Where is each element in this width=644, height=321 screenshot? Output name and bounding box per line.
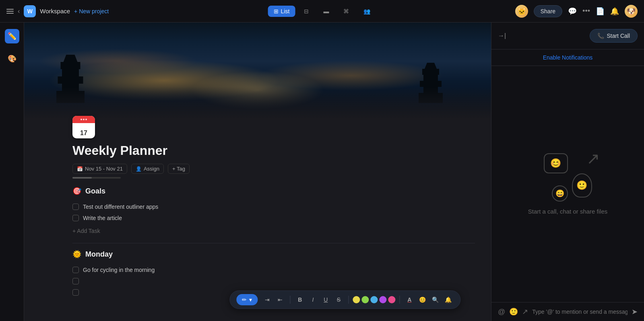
right-panel-header: →| 📞 Start Call (491, 23, 644, 49)
color-blue[interactable] (370, 296, 378, 303)
color-green[interactable] (361, 296, 369, 303)
main-layout: ✏️ 🎨 17 Weekly Planner (0, 23, 644, 321)
monday-emoji: 🌞 (72, 250, 81, 259)
new-project-button[interactable]: + New project (74, 8, 109, 14)
page-title: Weekly Planner (72, 143, 475, 158)
task-row: Go for cycling in the morning (72, 264, 475, 276)
empty-state-label: Start a call, chat or share files (528, 208, 608, 215)
workflow-view-button[interactable]: ⌘ (338, 6, 355, 17)
collapse-panel-button[interactable]: →| (498, 32, 506, 39)
bold-button[interactable]: B (294, 294, 305, 305)
task-checkbox-5[interactable] (72, 289, 79, 296)
progress-bar (72, 177, 121, 179)
toolbar-separator-3 (399, 296, 400, 304)
workspace-label: Workspace (40, 8, 70, 14)
section-divider (72, 243, 475, 243)
task-checkbox-4[interactable] (72, 278, 79, 284)
date-range-button[interactable]: 📅 Nov 15 - Nov 21 (72, 164, 127, 174)
task-row: Write the article (72, 212, 475, 224)
board-view-button[interactable]: ⊟ (298, 6, 314, 17)
bell-icon[interactable]: 🔔 (610, 7, 619, 16)
progress-fill (72, 177, 92, 179)
assign-button[interactable]: 👤 Assign (131, 164, 164, 174)
color-purple[interactable] (379, 296, 386, 303)
view-switcher: ⊞ List ⊟ ▬ ⌘ 👥 (268, 6, 376, 17)
color-yellow[interactable] (353, 296, 360, 303)
task-checkbox-3[interactable] (72, 267, 79, 273)
goals-title: Goals (85, 187, 105, 195)
hero-image (24, 23, 491, 119)
timeline-view-button[interactable]: ▬ (318, 6, 334, 17)
more-options-icon[interactable]: ••• (582, 7, 590, 15)
tag-button[interactable]: + Tag (168, 164, 190, 174)
task-text-2: Write the article (83, 215, 122, 221)
goals-emoji: 🎯 (72, 187, 81, 195)
add-task-button-goals[interactable]: + Add Task (72, 225, 475, 237)
italic-button[interactable]: I (307, 294, 318, 305)
arrow-icon: ↗ (586, 149, 600, 168)
toolbar-separator (290, 296, 290, 304)
doc-calendar-icon: 17 (72, 116, 95, 138)
monday-section-header: 🌞 Monday (72, 250, 475, 259)
chat-bubble-icon: 😊 (544, 153, 568, 173)
mention-button[interactable]: @ (498, 308, 505, 316)
chat-input[interactable] (532, 309, 627, 315)
menu-icon[interactable] (6, 9, 14, 14)
avatar-left[interactable]: 🐱 (515, 5, 528, 18)
avatar-right[interactable]: 🐶 (625, 5, 638, 18)
nav-right: 🐱 Share 💬 ••• 📄 🔔 🐶 (515, 5, 638, 18)
strikethrough-button[interactable]: S (333, 294, 344, 305)
task-checkbox-2[interactable] (72, 215, 79, 221)
share-button-chat[interactable]: ↗ (522, 307, 528, 316)
users-view-button[interactable]: 👥 (358, 6, 376, 17)
color-pink[interactable] (388, 296, 395, 303)
notification-toolbar-button[interactable]: 🔔 (442, 294, 454, 305)
task-text-1: Test out different outliner apps (83, 204, 158, 210)
content-area: 17 Weekly Planner 📅 Nov 15 - Nov 21 👤 As… (24, 23, 491, 321)
indent-left-button[interactable]: ⇤ (275, 294, 286, 305)
sidebar-palette-icon[interactable]: 🎨 (5, 51, 19, 66)
nav-left: ‹ W Workspace + New project (6, 5, 510, 17)
enable-notifications-button[interactable]: Enable Notifications (491, 49, 644, 66)
right-panel-empty-state: 😊 🙂 😄 ↗ Start a call, chat or share file… (491, 66, 644, 302)
emoji-button[interactable]: 🙂 (509, 307, 518, 316)
sidebar-edit-icon[interactable]: ✏️ (5, 29, 19, 43)
chat-input-area: @ 🙂 ↗ ➤ (491, 302, 644, 321)
task-row: Test out different outliner apps (72, 201, 475, 212)
indent-right-button[interactable]: ⇥ (262, 294, 273, 305)
empty-illustration: 😊 🙂 😄 ↗ (544, 153, 592, 202)
list-view-button[interactable]: ⊞ List (268, 6, 295, 17)
emoji-icon: 😄 (552, 185, 568, 202)
emoji-picker-button[interactable]: 😊 (417, 294, 428, 305)
underline-button[interactable]: U (320, 294, 331, 305)
pagoda-left (56, 55, 85, 103)
send-button[interactable]: ➤ (632, 307, 638, 316)
top-nav: ‹ W Workspace + New project ⊞ List ⊟ ▬ ⌘… (0, 0, 644, 23)
chat-icon[interactable]: 💬 (568, 7, 577, 16)
workspace-badge: W (24, 5, 36, 17)
left-sidebar: ✏️ 🎨 (0, 23, 24, 321)
meta-row: 📅 Nov 15 - Nov 21 👤 Assign + Tag (72, 164, 475, 174)
pagoda-right (419, 63, 443, 103)
floating-toolbar: ✏ ▾ ⇥ ⇤ B I U S A 😊 🔍 🔔 (229, 290, 460, 309)
phone-icon: 📞 (597, 33, 604, 39)
task-text-3: Go for cycling in the morning (83, 267, 155, 273)
toolbar-main-button[interactable]: ✏ ▾ (236, 294, 258, 305)
search-toolbar-button[interactable]: 🔍 (429, 294, 441, 305)
right-panel: →| 📞 Start Call Enable Notifications 😊 🙂… (491, 23, 644, 321)
task-checkbox-1[interactable] (72, 204, 79, 210)
share-button[interactable]: Share (534, 5, 562, 17)
goals-section-header: 🎯 Goals (72, 187, 475, 195)
file-icon[interactable]: 📄 (596, 7, 605, 16)
toolbar-separator-2 (348, 296, 349, 304)
start-call-button[interactable]: 📞 Start Call (590, 29, 638, 43)
person-icon: 🙂 (572, 173, 592, 198)
task-row (72, 276, 475, 287)
text-color-button[interactable]: A (404, 294, 415, 305)
monday-title: Monday (85, 250, 113, 259)
doc-content: 17 Weekly Planner 📅 Nov 15 - Nov 21 👤 As… (24, 119, 491, 314)
back-icon[interactable]: ‹ (18, 8, 20, 15)
